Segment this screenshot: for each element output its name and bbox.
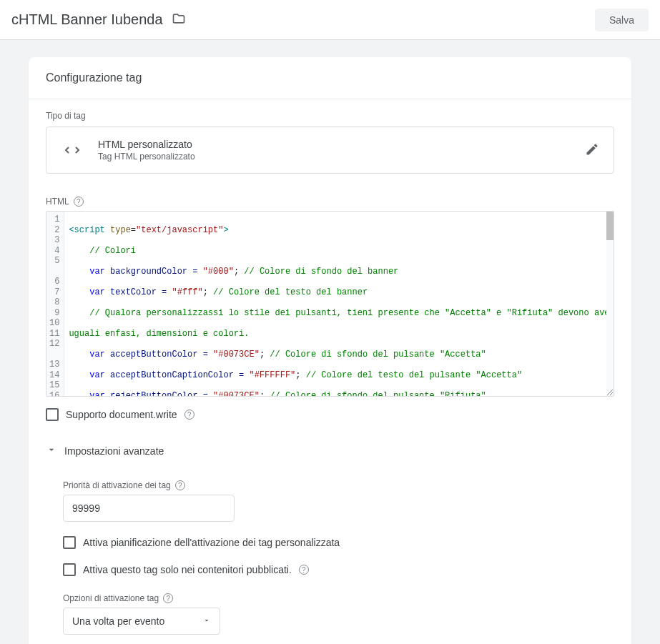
- save-button[interactable]: Salva: [595, 9, 649, 31]
- priority-input[interactable]: [63, 495, 235, 522]
- edit-icon[interactable]: [585, 142, 599, 159]
- scrollbar[interactable]: [606, 212, 614, 396]
- card-header: Configurazione tag: [29, 57, 631, 99]
- advanced-content: Priorità di attivazione dei tag ? Attiva…: [29, 480, 631, 635]
- chevron-down-icon: [46, 444, 57, 457]
- tag-type-subtitle: Tag HTML personalizzato: [98, 152, 571, 162]
- docwrite-label: Supporto document.write: [66, 409, 177, 420]
- tag-type-label: Tipo di tag: [46, 111, 614, 121]
- published-only-row: Attiva questo tag solo nei contenitori p…: [63, 563, 614, 576]
- chevron-down-icon: [202, 615, 211, 627]
- html-label: HTML ?: [46, 197, 614, 207]
- code-icon: [61, 139, 84, 162]
- docwrite-row: Supporto document.write ?: [29, 397, 631, 432]
- code-content[interactable]: <script type="text/javascript"> // Color…: [64, 212, 614, 396]
- svg-line-1: [610, 392, 613, 395]
- code-editor[interactable]: 1234567891011121314151617 <script type="…: [46, 211, 614, 397]
- docwrite-checkbox[interactable]: [46, 408, 59, 421]
- advanced-header[interactable]: Impostazioni avanzate: [29, 432, 631, 469]
- resize-icon[interactable]: [604, 387, 613, 395]
- folder-icon[interactable]: [172, 11, 186, 28]
- config-card: Configurazione tag Tipo di tag HTML pers…: [29, 57, 631, 644]
- page-title: cHTML Banner Iubenda: [11, 11, 163, 28]
- svg-line-0: [607, 390, 613, 395]
- custom-schedule-checkbox[interactable]: [63, 536, 76, 549]
- help-icon[interactable]: ?: [175, 480, 185, 490]
- sequence-header[interactable]: Sequenza tag ?: [46, 635, 631, 644]
- tag-type-section: Tipo di tag HTML personalizzato Tag HTML…: [29, 99, 631, 185]
- help-icon[interactable]: ?: [163, 593, 173, 603]
- scroll-thumb[interactable]: [606, 212, 614, 240]
- priority-label: Priorità di attivazione dei tag ?: [63, 480, 614, 490]
- topbar: cHTML Banner Iubenda Salva: [0, 0, 660, 40]
- line-gutter: 1234567891011121314151617: [46, 212, 64, 396]
- options-select[interactable]: Una volta per evento: [63, 608, 220, 635]
- tag-type-box[interactable]: HTML personalizzato Tag HTML personalizz…: [46, 127, 614, 174]
- help-icon[interactable]: ?: [74, 197, 84, 207]
- help-icon[interactable]: ?: [184, 410, 194, 420]
- help-icon[interactable]: ?: [299, 565, 309, 575]
- tag-type-title: HTML personalizzato: [98, 139, 571, 150]
- custom-schedule-row: Attiva pianificazione dell'attivazione d…: [63, 536, 614, 549]
- published-only-checkbox[interactable]: [63, 563, 76, 576]
- options-label: Opzioni di attivazione tag ?: [63, 593, 614, 603]
